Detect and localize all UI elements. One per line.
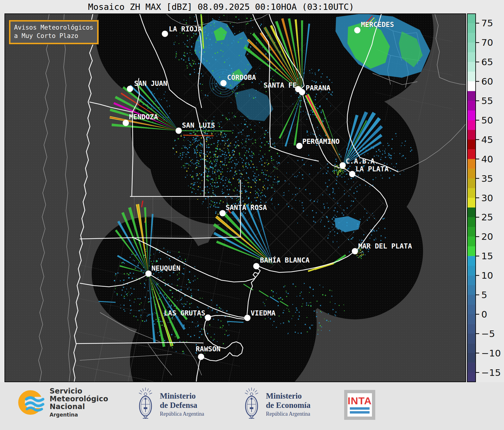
inta-logo: INTA <box>344 390 375 420</box>
city-label: LA RIOJA <box>169 25 202 33</box>
city-dot <box>127 86 133 92</box>
smn-logo: Servicio Meteorológico Nacional Argentin… <box>18 388 108 418</box>
city-label: SAN LUIS <box>182 121 215 129</box>
ministerio-defensa-text: Ministerio de Defensa República Argentin… <box>160 391 204 417</box>
city-label: MERCEDES <box>361 21 394 28</box>
city-dot <box>220 210 226 216</box>
colorbar-tick-label: −15 <box>481 367 501 378</box>
colorbar-tick-label: 55 <box>481 95 493 106</box>
economia-line2: de Economía <box>266 401 310 410</box>
city-dot <box>162 31 168 37</box>
smn-country: Argentina <box>50 412 108 418</box>
city-dot <box>123 120 129 126</box>
economia-subtitle: República Argentina <box>266 411 310 417</box>
smn-logo-text: Servicio Meteorológico Nacional Argentin… <box>50 388 108 418</box>
colorbar-tick-label: −10 <box>481 348 501 359</box>
colorbar-tick-label: 75 <box>481 18 493 28</box>
colorbar-tick-label: 30 <box>481 193 493 203</box>
city-dot <box>205 315 211 321</box>
city-dot <box>145 271 152 277</box>
colorbar-tick-label: 70 <box>481 37 493 48</box>
city-label: PARANA <box>306 84 330 92</box>
city-label: NEUQUÉN <box>151 264 180 272</box>
colorbar-tick-label: −5 <box>481 328 495 339</box>
ministerio-defensa-logo: Ministerio de Defensa República Argentin… <box>136 386 204 422</box>
inta-bar-bottom <box>350 411 370 414</box>
city-dot <box>296 143 303 149</box>
city-dot <box>176 128 182 134</box>
defensa-line2: de Defensa <box>160 401 204 410</box>
colorbar-tick-label: 5 <box>481 289 487 300</box>
colorbar-tick-label: 15 <box>481 251 493 261</box>
smn-line3: Nacional <box>50 403 108 411</box>
city-dot <box>220 80 227 86</box>
colorbar-tick-label: 0 <box>481 309 487 320</box>
footer-logos: Servicio Meteorológico Nacional Argentin… <box>0 382 504 430</box>
colorbar-tick-label: 10 <box>481 270 493 281</box>
colorbar-tick-label: 50 <box>481 115 493 126</box>
colorbar-tick-label: 40 <box>481 154 493 164</box>
colorbar-tick-label: 20 <box>481 231 493 242</box>
ministerio-economia-text: Ministerio de Economía República Argenti… <box>266 391 310 417</box>
city-label: SANTA ROSA <box>226 204 267 211</box>
city-label: PERGAMINO <box>302 138 340 145</box>
colorbar-tick-label: 65 <box>481 57 493 67</box>
radar-map: LA RIOJAMERCEDESSAN JUANCÓRDOBASANTA FEP… <box>4 13 466 382</box>
warnings-badge-line2: a Muy Corto Plazo <box>14 32 94 40</box>
city-label: SANTA FE <box>264 81 297 89</box>
inta-logo-box: INTA <box>344 390 375 420</box>
city-label: LAS GRUTAS <box>164 309 205 317</box>
radar-map-canvas: LA RIOJAMERCEDESSAN JUANCÓRDOBASANTA FEP… <box>4 13 466 382</box>
colorbar-tick-label: 45 <box>481 134 493 145</box>
smn-line1: Servicio <box>50 388 108 395</box>
economia-line1: Ministerio <box>266 391 310 400</box>
city-dot <box>299 89 305 95</box>
warnings-badge: Avisos Meteorológicos a Muy Corto Plazo <box>9 20 99 44</box>
warnings-badge-line1: Avisos Meteorológicos <box>14 24 94 32</box>
page-title: Mosaico ZH MAX [dBZ] 08.09.2025 00:10HOA… <box>0 2 442 12</box>
city-label: LA PLATA <box>356 165 389 173</box>
city-dot <box>340 162 346 169</box>
colorbar-tick-label: 60 <box>481 76 493 87</box>
coat-of-arms-icon <box>242 386 261 422</box>
city-label: C.A.B.A. <box>346 157 379 165</box>
city-dot <box>352 248 358 254</box>
city-label: MENDOZA <box>129 113 158 121</box>
inta-bar-top <box>350 407 370 410</box>
city-dot <box>354 27 361 33</box>
inta-wordmark: INTA <box>347 396 372 406</box>
city-dot <box>349 171 356 177</box>
city-label: SAN JUAN <box>134 80 167 87</box>
city-label: MAR DEL PLATA <box>358 242 412 250</box>
colorbar-tick-label: 25 <box>481 212 493 222</box>
city-label: BAHÍA BLANCA <box>260 256 310 264</box>
defensa-subtitle: República Argentina <box>160 411 204 417</box>
city-label: VIEDMA <box>251 309 275 317</box>
city-label: CÓRDOBA <box>227 73 256 81</box>
city-dot <box>198 354 204 360</box>
dbz-colorbar: 757065605550454035302520151050−5−10−15 <box>467 13 504 382</box>
city-dot <box>244 315 251 321</box>
city-dot <box>253 263 260 269</box>
city-label: RAWSON <box>196 345 220 353</box>
smn-line2: Meteorológico <box>50 395 108 403</box>
coat-of-arms-icon <box>136 386 155 422</box>
radar-mosaic-page: Mosaico ZH MAX [dBZ] 08.09.2025 00:10HOA… <box>0 0 504 430</box>
defensa-line1: Ministerio <box>160 391 204 400</box>
colorbar-tick-label: 35 <box>481 173 493 184</box>
ministerio-economia-logo: Ministerio de Economía República Argenti… <box>242 386 310 422</box>
smn-logo-icon <box>18 388 45 417</box>
